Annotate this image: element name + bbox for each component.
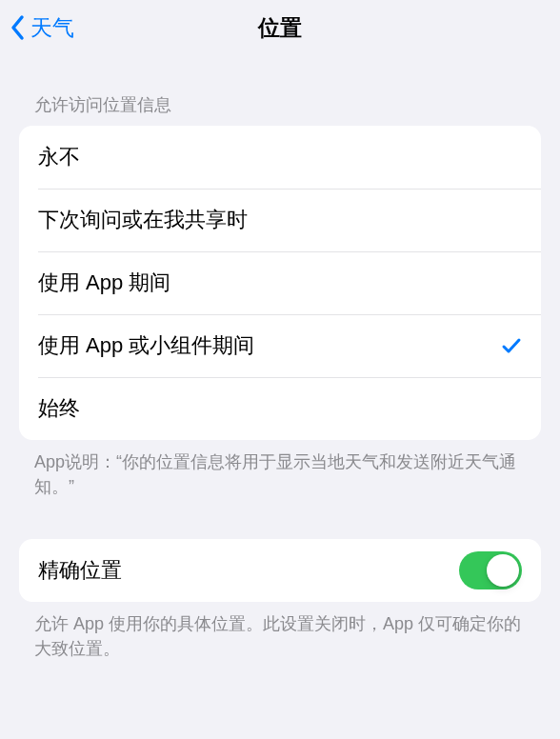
section-footer-app-explanation: App说明：“你的位置信息将用于显示当地天气和发送附近天气通知。” [19,440,541,499]
toggle-knob [487,554,519,587]
page-title: 位置 [258,13,302,43]
section-header-access: 允许访问位置信息 [19,55,541,126]
precise-location-group: 精确位置 [19,539,541,602]
precise-location-toggle[interactable] [459,551,522,589]
precise-location-label: 精确位置 [38,556,122,585]
navbar: 天气 位置 [0,0,560,55]
precise-location-row[interactable]: 精确位置 [19,539,541,602]
back-button[interactable]: 天气 [10,13,74,43]
option-never[interactable]: 永不 [19,126,541,189]
back-label: 天气 [30,13,74,43]
option-label: 始终 [38,394,80,423]
option-label: 使用 App 或小组件期间 [38,331,254,360]
option-label: 下次询问或在我共享时 [38,206,248,234]
chevron-left-icon [10,14,27,41]
option-ask-next-time[interactable]: 下次询问或在我共享时 [19,189,541,251]
option-label: 使用 App 期间 [38,269,170,297]
checkmark-icon [501,335,522,356]
location-access-options: 永不 下次询问或在我共享时 使用 App 期间 使用 App 或小组件期间 始终 [19,126,541,440]
option-while-using-app[interactable]: 使用 App 期间 [19,251,541,314]
option-label: 永不 [38,143,80,171]
option-always[interactable]: 始终 [19,377,541,440]
section-footer-precise: 允许 App 使用你的具体位置。此设置关闭时，App 仅可确定你的大致位置。 [19,602,541,661]
option-while-using-app-or-widgets[interactable]: 使用 App 或小组件期间 [19,314,541,377]
